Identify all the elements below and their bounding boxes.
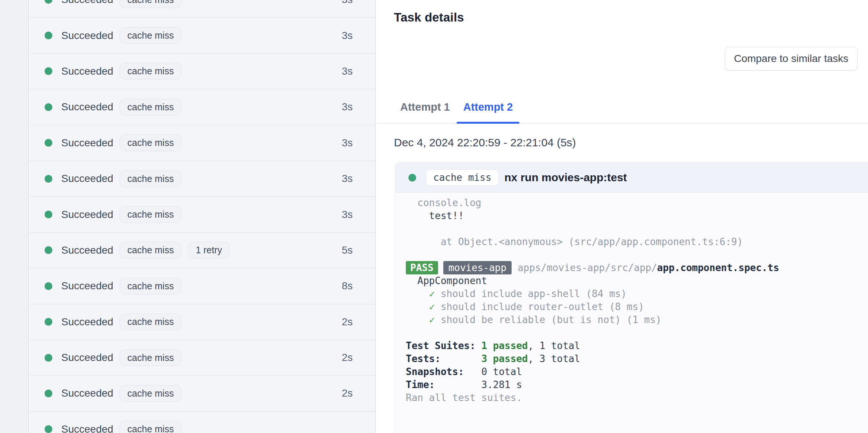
cache-miss-badge: cache miss — [120, 27, 182, 44]
task-row[interactable]: Succeededcache miss3s — [30, 89, 375, 125]
terminal-text: Ran all test suites. — [406, 392, 522, 403]
task-status: Succeeded — [61, 101, 113, 113]
terminal-line — [406, 222, 868, 235]
task-status: Succeeded — [61, 0, 113, 6]
task-details-panel: Task details Compare to similar tasks At… — [376, 0, 868, 433]
terminal-text: app.component.spec.ts — [657, 262, 779, 273]
cache-miss-badge: cache miss — [120, 421, 182, 433]
check-icon: ✓ — [429, 288, 435, 299]
task-status: Succeeded — [61, 352, 113, 364]
status-dot-icon — [45, 211, 52, 218]
task-command-title: nx run movies-app:test — [505, 171, 627, 184]
terminal-text: 0 total — [482, 366, 522, 377]
task-row[interactable]: Succeededcache miss3s — [30, 18, 375, 53]
terminal-line: test!! — [406, 209, 868, 222]
terminal-text — [406, 314, 429, 325]
task-output-card: cache miss nx run movies-app:test consol… — [395, 162, 868, 433]
status-dot-icon — [45, 318, 52, 326]
cache-miss-badge: cache miss — [120, 134, 182, 151]
terminal-text: , 3 total — [528, 353, 580, 364]
cache-miss-badge: cache miss — [120, 63, 182, 79]
cache-miss-badge: cache miss — [120, 0, 182, 8]
terminal-text — [406, 288, 429, 299]
status-dot-icon — [45, 175, 52, 183]
status-dot-icon — [45, 246, 52, 254]
terminal-output: console.log test!! at Object.<anonymous>… — [395, 193, 868, 412]
task-row[interactable]: Succeededcache miss — [30, 412, 375, 433]
task-row[interactable]: Succeededcache miss2s — [30, 376, 375, 411]
task-row[interactable]: Succeededcache miss3s — [30, 54, 375, 89]
task-duration: 2s — [342, 387, 353, 399]
task-row[interactable]: Succeededcache miss3s — [30, 0, 375, 18]
task-duration: 3s — [342, 30, 353, 42]
terminal-text: Snapshots: — [406, 366, 482, 377]
terminal-line: ✓ should include app-shell (84 ms) — [406, 287, 868, 300]
task-status: Succeeded — [61, 387, 113, 399]
task-status: Succeeded — [61, 316, 113, 328]
status-dot-icon — [45, 103, 52, 111]
cache-miss-badge: cache miss — [120, 206, 182, 223]
terminal-line: ✓ should be reliable (but is not) (1 ms) — [406, 313, 868, 326]
terminal-line: ✓ should include router-outlet (8 ms) — [406, 300, 868, 313]
status-dot-icon — [45, 32, 52, 39]
terminal-line: Test Suites: 1 passed, 1 total — [406, 339, 868, 352]
terminal-text: test!! — [406, 210, 464, 221]
terminal-line — [406, 248, 868, 261]
task-output-header[interactable]: cache miss nx run movies-app:test — [395, 163, 868, 193]
status-dot-icon — [45, 139, 52, 147]
status-dot-icon — [408, 174, 416, 182]
terminal-line: AppComponent — [406, 274, 868, 287]
task-row[interactable]: Succeededcache miss2s — [30, 305, 375, 340]
task-status: Succeeded — [61, 209, 113, 221]
terminal-line: Tests: 3 passed, 3 total — [406, 352, 868, 365]
task-row[interactable]: Succeededcache miss3s — [30, 197, 375, 232]
cache-miss-badge: cache miss — [426, 169, 499, 186]
cache-miss-badge: cache miss — [120, 313, 182, 330]
terminal-text: at Object.<anonymous> (src/app/app.compo… — [406, 236, 743, 247]
terminal-text: Tests: — [406, 353, 482, 364]
terminal-text: AppComponent — [406, 275, 487, 286]
task-status: Succeeded — [61, 30, 113, 42]
task-status: Succeeded — [61, 280, 113, 292]
terminal-text: 3.281 s — [482, 379, 522, 390]
terminal-line — [406, 326, 868, 339]
compare-to-similar-tasks-button[interactable]: Compare to similar tasks — [725, 47, 858, 71]
status-dot-icon — [45, 282, 52, 290]
project-badge: movies-app — [443, 261, 512, 274]
task-row[interactable]: Succeededcache miss3s — [30, 161, 375, 197]
terminal-line: Time: 3.281 s — [406, 378, 868, 391]
pass-badge: PASS — [406, 261, 438, 274]
status-dot-icon — [45, 390, 52, 397]
terminal-text: apps/movies-app/src/app/ — [518, 262, 657, 273]
terminal-line: console.log — [406, 196, 868, 209]
terminal-text: console.log — [406, 197, 482, 208]
task-row[interactable]: Succeededcache miss2s — [30, 340, 375, 376]
task-rows: Succeededcache miss3sSucceededcache miss… — [30, 0, 375, 433]
check-icon: ✓ — [429, 301, 435, 312]
task-status: Succeeded — [61, 244, 113, 256]
task-status: Succeeded — [61, 65, 113, 77]
task-duration: 2s — [342, 316, 353, 328]
page-left-gutter — [0, 0, 29, 433]
terminal-line: Snapshots: 0 total — [406, 365, 868, 378]
tab-attempt-2[interactable]: Attempt 2 — [457, 91, 520, 123]
terminal-text: 1 passed — [482, 340, 528, 351]
status-dot-icon — [45, 425, 52, 433]
task-row[interactable]: Succeededcache miss8s — [30, 268, 375, 304]
terminal-text: Time: — [406, 379, 482, 390]
terminal-text: , 1 total — [528, 340, 580, 351]
task-duration: 2s — [342, 352, 353, 364]
tab-attempt-1[interactable]: Attempt 1 — [394, 91, 457, 123]
task-row[interactable]: Succeededcache miss1 retry5s — [30, 233, 375, 268]
check-icon: ✓ — [429, 314, 435, 325]
status-dot-icon — [45, 0, 52, 4]
terminal-text: should include app-shell (84 ms) — [435, 288, 627, 299]
task-row[interactable]: Succeededcache miss3s — [30, 126, 375, 161]
cache-miss-badge: cache miss — [120, 278, 182, 294]
status-dot-icon — [45, 354, 52, 362]
terminal-line: at Object.<anonymous> (src/app/app.compo… — [406, 235, 868, 248]
attempt-date-range: Dec 4, 2024 22:20:59 - 22:21:04 (5s) — [394, 136, 576, 149]
task-list[interactable]: Succeededcache miss3sSucceededcache miss… — [30, 0, 376, 433]
terminal-text: Test Suites: — [406, 340, 482, 351]
task-status: Succeeded — [61, 137, 113, 149]
